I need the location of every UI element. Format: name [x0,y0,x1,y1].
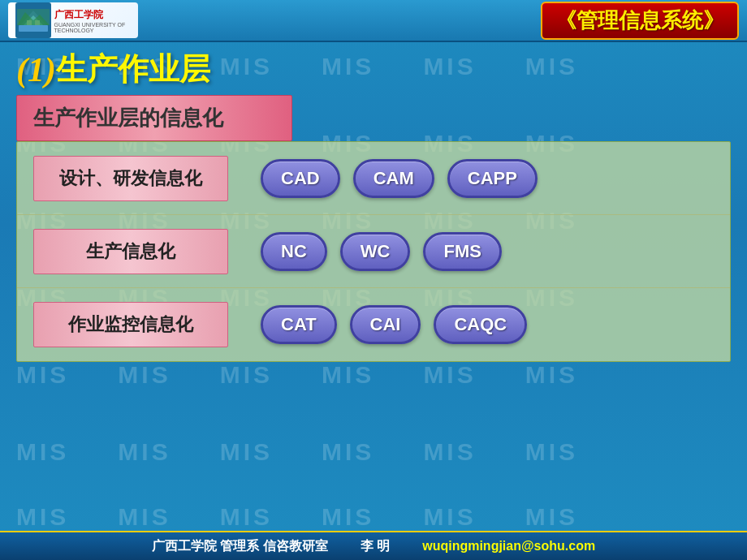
header: 广西工学院 GUANGXI UNIVERSITY OF TECHNOLOGY 《… [0,0,747,42]
table-row-production: 生产信息化 NC WC FMS [17,215,730,288]
page-title: (1) 生产作业层 [16,49,731,90]
badge-nc: NC [261,232,327,271]
main-content: (1) 生产作业层 生产作业层的信息化 设计、研发信息化 CAD CAM CAP… [0,42,747,531]
row-label-monitor: 作业监控信息化 [33,302,228,347]
logo-icon [15,2,51,38]
badges-monitor: CAT CAI CAQC [261,305,527,344]
logo-area: 广西工学院 GUANGXI UNIVERSITY OF TECHNOLOGY [8,2,138,38]
footer: 广西工学院 管理系 信咨教研室 李 明 wuqingmingjian@sohu.… [0,531,747,560]
logo-cn: 广西工学院 [54,8,132,22]
badge-cam: CAM [353,159,434,198]
logo-box: 广西工学院 GUANGXI UNIVERSITY OF TECHNOLOGY [8,2,138,38]
badges-production: NC WC FMS [261,232,502,271]
badges-design: CAD CAM CAPP [261,159,538,198]
table-row-design: 设计、研发信息化 CAD CAM CAPP [17,142,730,215]
footer-email: wuqingmingjian@sohu.com [422,539,595,554]
svg-rect-1 [19,25,48,32]
footer-author: 李 明 [361,538,390,555]
badge-caqc: CAQC [434,305,527,344]
row-label-production: 生产信息化 [33,229,228,274]
content-table: 设计、研发信息化 CAD CAM CAPP 生产信息化 NC WC FMS 作业… [16,141,731,362]
badge-cai: CAI [350,305,421,344]
top-label: 生产作业层的信息化 [16,95,292,141]
badge-fms: FMS [423,232,501,271]
badge-cad: CAD [261,159,340,198]
table-row-monitor: 作业监控信息化 CAT CAI CAQC [17,288,730,361]
page-title-text: 生产作业层 [56,49,210,90]
footer-dept: 广西工学院 管理系 信咨教研室 [152,538,328,555]
header-title: 《管理信息系统》 [541,2,739,40]
row-label-design: 设计、研发信息化 [33,156,228,201]
badge-wc: WC [340,232,411,271]
badge-cat: CAT [261,305,337,344]
logo-en: GUANGXI UNIVERSITY OF TECHNOLOGY [54,22,132,33]
page-title-num: (1) [16,50,56,89]
badge-capp: CAPP [447,159,538,198]
